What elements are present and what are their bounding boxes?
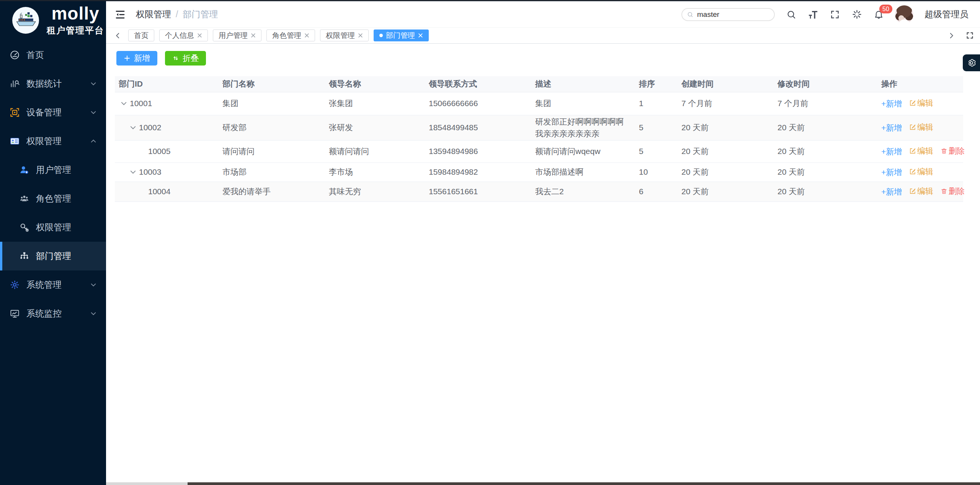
- close-icon[interactable]: [304, 33, 309, 38]
- close-icon[interactable]: [251, 33, 256, 38]
- tab-permission-mgmt[interactable]: 权限管理: [320, 29, 369, 41]
- tab-home[interactable]: 首页: [128, 29, 154, 41]
- gear-icon: [10, 280, 20, 290]
- edit-icon: [909, 124, 916, 131]
- sort-value: 10: [635, 162, 678, 182]
- fullscreen-icon[interactable]: [830, 9, 840, 20]
- logo-subtitle: 租户管理平台: [47, 25, 104, 36]
- collapse-row-icon[interactable]: [130, 126, 136, 129]
- tab-role-mgmt[interactable]: 角色管理: [266, 29, 315, 41]
- sidebar-item-system-monitor[interactable]: 系统监控: [0, 299, 106, 328]
- monitor-icon: [10, 308, 20, 319]
- window-top-edge: [0, 0, 980, 1]
- row-add-link[interactable]: +新增: [881, 98, 902, 110]
- dept-id: 10003: [139, 166, 161, 178]
- row-edit-link[interactable]: 编辑: [909, 121, 933, 133]
- sort-value: 5: [635, 140, 678, 162]
- search-input[interactable]: [697, 10, 762, 19]
- edit-icon: [909, 147, 916, 154]
- search-icon[interactable]: [786, 9, 797, 20]
- sidebar-item-device-mgmt[interactable]: 设备管理: [0, 98, 106, 127]
- dept-name: 研发部: [219, 115, 325, 140]
- close-icon[interactable]: [197, 33, 202, 38]
- content-fullscreen-icon[interactable]: [965, 31, 974, 40]
- sidebar-item-system-mgmt[interactable]: 系统管理: [0, 270, 106, 299]
- sidebar-item-label: 系统管理: [26, 279, 62, 291]
- add-button[interactable]: 新增: [116, 51, 157, 66]
- sidebar-item-label: 角色管理: [36, 193, 71, 205]
- sidebar-subitem-permission-mgmt[interactable]: 权限管理: [0, 213, 106, 242]
- modified-time: 20 天前: [774, 182, 877, 202]
- row-edit-link[interactable]: 编辑: [909, 145, 933, 157]
- sidebar-menu: 首页 数据统计 设备管理: [0, 41, 106, 328]
- row-delete-link[interactable]: 删除: [941, 185, 965, 197]
- dashboard-icon: [10, 50, 20, 60]
- tabs-scroll-left-button[interactable]: [114, 31, 122, 40]
- dept-name: 市场部: [219, 162, 325, 182]
- theme-settings-button[interactable]: [963, 54, 980, 71]
- header-actions: 50 超级管理员: [681, 5, 969, 24]
- row-add-link[interactable]: +新增: [881, 166, 902, 179]
- breadcrumb: 权限管理 / 部门管理: [136, 8, 218, 20]
- logo-title: molly: [51, 5, 99, 22]
- breadcrumb-current: 部门管理: [183, 8, 218, 20]
- sidebar-item-data-stats[interactable]: 数据统计: [0, 69, 106, 98]
- col-actions: 操作: [877, 76, 963, 92]
- font-size-icon[interactable]: [808, 9, 818, 20]
- active-tab-dot: [379, 34, 383, 37]
- tab-label: 用户管理: [219, 31, 248, 41]
- table-toolbar: 新增 折叠: [106, 44, 980, 66]
- row-add-link[interactable]: +新增: [881, 122, 902, 134]
- row-add-link[interactable]: +新增: [881, 186, 902, 198]
- created-time: 20 天前: [678, 162, 774, 182]
- row-delete-link[interactable]: 删除: [941, 145, 965, 157]
- sidebar-item-label: 系统监控: [26, 308, 62, 320]
- notifications-button[interactable]: 50: [873, 9, 884, 20]
- current-user-name[interactable]: 超级管理员: [924, 8, 969, 20]
- collapse-row-icon[interactable]: [130, 170, 136, 174]
- collapse-row-icon[interactable]: [121, 102, 127, 105]
- breadcrumb-parent[interactable]: 权限管理: [136, 8, 171, 20]
- sidebar-item-permission-mgmt[interactable]: 权限管理: [0, 127, 106, 156]
- created-time: 20 天前: [678, 140, 774, 162]
- sort-value: 1: [635, 92, 678, 115]
- tabs-scroll-right-button[interactable]: [947, 31, 956, 40]
- sidebar-item-label: 部门管理: [36, 250, 71, 262]
- cargo-ship-logo: [12, 7, 39, 34]
- modified-time: 20 天前: [774, 162, 877, 182]
- search-icon: [687, 11, 694, 18]
- sidebar-subitem-role-mgmt[interactable]: 角色管理: [0, 184, 106, 213]
- tab-dept-mgmt[interactable]: 部门管理: [374, 29, 429, 41]
- sidebar-subitem-dept-mgmt[interactable]: 部门管理: [0, 242, 106, 270]
- dept-id: 10002: [139, 121, 161, 134]
- leader-phone: 15561651661: [425, 182, 531, 202]
- row-add-link[interactable]: +新增: [881, 146, 902, 158]
- dept-description: 我去二2: [531, 182, 635, 202]
- row-edit-link[interactable]: 编辑: [909, 165, 933, 178]
- close-icon[interactable]: [358, 33, 363, 38]
- open-tabs: 首页 个人信息 用户管理 角色管理 权限管理 部门管理: [128, 29, 429, 41]
- edit-icon: [909, 188, 916, 195]
- edit-icon: [909, 168, 916, 175]
- col-description: 描述: [531, 76, 635, 92]
- tab-profile[interactable]: 个人信息: [159, 29, 208, 41]
- row-edit-link[interactable]: 编辑: [909, 185, 933, 197]
- menu-search-box[interactable]: [681, 8, 775, 21]
- sidebar-item-label: 数据统计: [26, 78, 62, 90]
- table-row: 10002 研发部 张研发 18548499485 研发部正好啊啊啊啊啊啊我亲亲…: [115, 115, 963, 140]
- collapse-button[interactable]: 折叠: [165, 51, 206, 66]
- loading-icon[interactable]: [851, 9, 862, 20]
- leader-phone: 18548499485: [425, 115, 531, 140]
- sidebar-item-label: 用户管理: [36, 164, 71, 176]
- col-created-time: 创建时间: [678, 76, 774, 92]
- row-edit-link[interactable]: 编辑: [909, 97, 933, 109]
- modified-time: 7 个月前: [774, 92, 877, 115]
- sidebar-subitem-user-mgmt[interactable]: 用户管理: [0, 156, 106, 184]
- sidebar-item-home[interactable]: 首页: [0, 41, 106, 69]
- sort-value: 5: [635, 115, 678, 140]
- col-modified-time: 修改时间: [774, 76, 877, 92]
- user-avatar[interactable]: [895, 5, 913, 24]
- menu-fold-icon[interactable]: [114, 9, 126, 20]
- tab-user-mgmt[interactable]: 用户管理: [213, 29, 261, 41]
- close-icon[interactable]: [418, 33, 423, 38]
